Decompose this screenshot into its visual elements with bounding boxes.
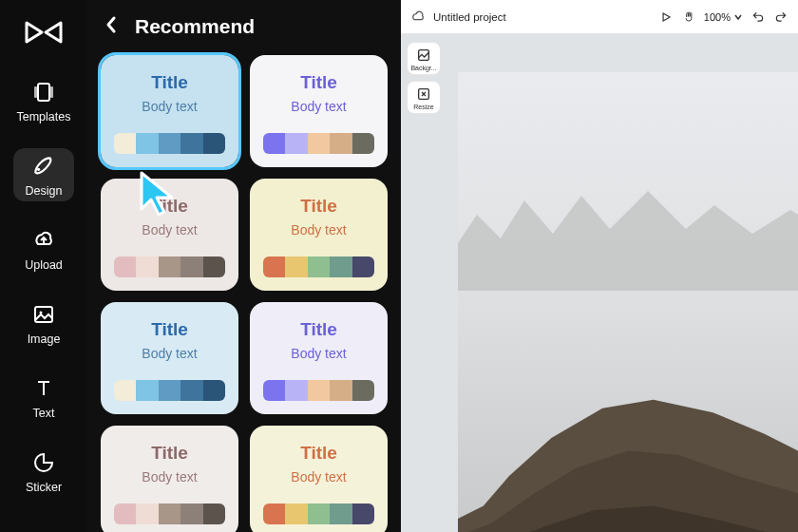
nav-label: Upload [25,258,63,272]
nav-item-design[interactable]: Design [13,148,74,201]
swatch [180,133,202,154]
theme-body: Body text [263,469,374,484]
nav-item-image[interactable]: Image [13,296,74,350]
nav-label: Design [26,184,63,198]
svg-rect-6 [419,50,429,61]
image-icon [31,302,56,327]
swatch-row [263,256,374,277]
swatch [180,256,202,277]
theme-card[interactable]: TitleBody text [101,55,238,167]
theme-body: Body text [114,222,225,238]
zoom-level[interactable]: 100% [704,11,743,23]
back-button[interactable] [104,15,118,38]
nav-sidebar: Templates Design Upload Image Text Stick… [0,0,87,532]
nav-label: Sticker [26,481,62,494]
theme-title: Title [114,443,225,464]
rock-illustration [458,357,798,532]
swatch [159,256,180,277]
cloud-icon[interactable] [410,10,426,25]
swatch [114,504,136,524]
swatch-row [114,504,225,524]
background-tool[interactable]: Backgr... [407,42,441,75]
nav-label: Image [28,332,61,346]
chevron-left-icon [104,15,118,34]
redo-icon [774,10,788,24]
theme-card[interactable]: TitleBody text [250,426,388,532]
app-logo[interactable] [24,13,64,53]
theme-card[interactable]: TitleBody text [101,179,238,291]
swatch [285,504,307,524]
swatch [159,504,180,524]
hand-icon[interactable] [681,10,696,25]
swatch [136,256,158,277]
project-name[interactable]: Untitled project [433,11,506,23]
swatch [352,380,374,401]
mountain-far-illustration [458,177,798,291]
theme-body: Body text [114,346,225,361]
swatch [263,256,285,277]
theme-card[interactable]: TitleBody text [250,179,388,291]
nav-item-text[interactable]: Text [13,370,74,424]
nav-label: Text [33,407,55,420]
nav-item-sticker[interactable]: Sticker [13,445,74,498]
swatch [136,504,158,524]
swatch [203,380,225,401]
theme-card[interactable]: TitleBody text [250,302,388,414]
redo-button[interactable] [773,10,788,25]
swatch [263,504,285,524]
swatch [203,504,225,524]
swatch-row [114,133,225,154]
swatch-row [263,504,374,524]
swatch [285,133,307,154]
swatch-row [263,380,374,401]
swatch [308,504,330,524]
swatch [180,380,202,401]
theme-grid: TitleBody textTitleBody textTitleBody te… [101,55,388,532]
panel-header: Recommend [101,15,388,38]
theme-body: Body text [114,469,225,484]
swatch [352,133,374,154]
theme-title: Title [114,72,225,93]
swatch-row [114,380,225,401]
theme-body: Body text [263,99,374,114]
swatch [330,504,352,524]
svg-rect-1 [34,86,37,98]
canvas-image[interactable] [458,72,798,532]
svg-rect-2 [50,86,53,98]
resize-icon [416,86,431,102]
nav-label: Templates [17,110,71,124]
theme-title: Title [114,319,225,340]
swatch-row [263,133,374,154]
nav-item-templates[interactable]: Templates [13,74,74,127]
resize-tool[interactable]: Resize [407,81,441,114]
upload-icon [31,228,56,253]
play-icon[interactable] [658,10,674,25]
nav-item-upload[interactable]: Upload [13,222,74,276]
canvas-area: Backgr... Resize [401,34,798,532]
swatch [159,380,180,401]
theme-card[interactable]: TitleBody text [101,302,238,414]
swatch [308,380,330,401]
theme-card[interactable]: TitleBody text [101,426,238,532]
swatch [203,256,225,277]
swatch [159,133,180,154]
swatch [330,256,352,277]
undo-icon [751,10,765,24]
undo-button[interactable] [750,10,766,25]
text-icon [31,376,56,401]
swatch [330,380,352,401]
panel-title: Recommend [135,15,255,38]
swatch [203,133,225,154]
swatch [285,380,307,401]
theme-card[interactable]: TitleBody text [250,55,388,167]
swatch [352,256,374,277]
svg-point-3 [37,168,40,171]
swatch [114,256,136,277]
swatch-row [114,256,225,277]
editor-topbar: Untitled project 100% [401,0,798,34]
swatch [308,133,330,154]
swatch [136,380,158,401]
swatch [263,133,285,154]
theme-body: Body text [114,99,225,114]
chevron-down-icon [733,12,743,22]
